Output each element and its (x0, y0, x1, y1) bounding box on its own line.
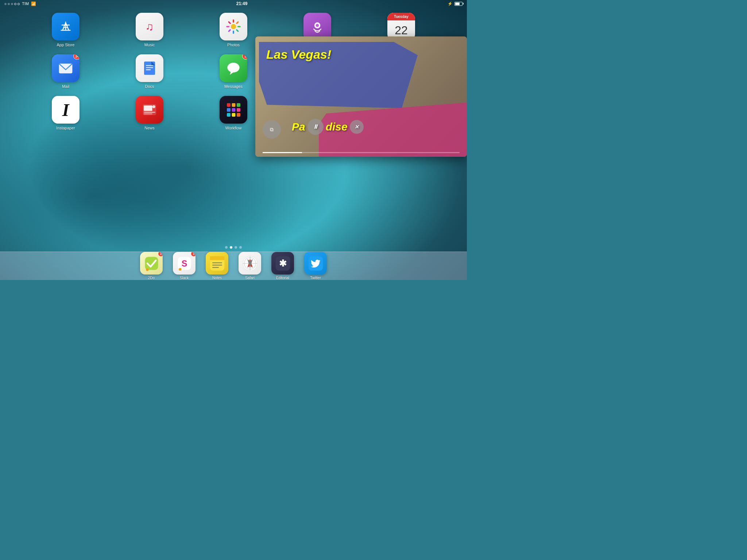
notes-icon (206, 252, 228, 275)
app-appstore[interactable]: A App Store (26, 13, 106, 47)
app-news[interactable]: News (109, 96, 190, 130)
appstore-label: App Store (57, 43, 75, 47)
battery-fill (455, 3, 460, 5)
app-music[interactable]: ♫ Music (109, 13, 190, 47)
twitter-label: Twitter (310, 276, 321, 280)
page-dot-3 (239, 246, 242, 249)
page-dots (225, 246, 242, 249)
status-left: TIM 📶 (4, 1, 36, 6)
2do-icon: 2 (140, 252, 163, 275)
status-bar: TIM 📶 21:49 ⚡ (0, 0, 467, 7)
svg-rect-10 (233, 31, 234, 34)
mail-badge: 34 (73, 54, 80, 59)
instapaper-icon: I (52, 96, 80, 124)
page-dot-2 (235, 246, 237, 249)
news-label: News (144, 126, 155, 130)
dock-safari[interactable]: Safari (239, 252, 261, 280)
svg-rect-38 (232, 103, 236, 107)
svg-rect-41 (232, 108, 236, 112)
video-title-las-vegas: Las Vegas! (266, 47, 331, 62)
appstore-icon: A (52, 13, 80, 40)
app-instapaper[interactable]: I Instapaper (26, 96, 106, 130)
editorial-icon: ✱ (271, 252, 294, 275)
photos-label: Photos (227, 43, 240, 47)
video-map: Las Vegas! Pa ⏸ dise ✕ ⧉ (255, 36, 467, 157)
messages-label: Messages (224, 84, 243, 89)
svg-rect-37 (227, 103, 231, 107)
svg-rect-33 (144, 105, 152, 111)
app-docs[interactable]: Docs (109, 54, 190, 89)
svg-rect-35 (144, 113, 152, 114)
svg-rect-45 (237, 113, 240, 117)
svg-rect-42 (237, 108, 240, 112)
page-dot-0 (225, 246, 228, 249)
video-controls: ⧉ (263, 120, 281, 139)
music-label: Music (144, 43, 155, 47)
dock-twitter[interactable]: Twitter (304, 252, 327, 280)
svg-rect-11 (228, 29, 231, 32)
music-icon: ♫ (136, 13, 163, 40)
svg-point-5 (231, 24, 236, 29)
svg-rect-13 (228, 21, 231, 24)
bluetooth-icon: ⚡ (448, 1, 453, 6)
2do-label: 2Do (148, 276, 155, 280)
slack-badge: 2 (191, 252, 196, 257)
workflow-icon (220, 96, 247, 124)
svg-text:♫: ♫ (146, 20, 154, 32)
dock-2do[interactable]: 2 2Do (140, 252, 163, 280)
svg-rect-55 (212, 262, 222, 263)
svg-rect-9 (236, 29, 239, 32)
svg-rect-54 (210, 256, 224, 258)
svg-rect-34 (144, 112, 155, 113)
messages-icon: 2 (220, 54, 247, 82)
mail-icon: 34 (52, 54, 80, 82)
news-icon (136, 96, 163, 124)
battery-icon (454, 2, 462, 6)
dock-notes[interactable]: Notes (206, 252, 228, 280)
dock: 2 2Do 2 S Slack (0, 252, 467, 280)
svg-text:S: S (181, 258, 187, 268)
svg-rect-19 (146, 67, 153, 68)
video-title-paradise: Pa ⏸ dise ✕ (292, 119, 364, 135)
safari-icon (239, 252, 261, 275)
2do-badge: 2 (158, 252, 163, 257)
photos-icon (220, 13, 247, 40)
safari-label: Safari (245, 276, 255, 280)
svg-text:✱: ✱ (279, 258, 287, 268)
video-progress-bar[interactable] (263, 152, 460, 153)
video-overlay[interactable]: Las Vegas! Pa ⏸ dise ✕ ⧉ (255, 36, 467, 157)
svg-rect-6 (233, 19, 234, 23)
slack-label: Slack (180, 276, 189, 280)
svg-rect-8 (237, 26, 241, 27)
slack-icon: 2 S (173, 252, 196, 275)
twitter-icon (304, 252, 327, 275)
svg-point-21 (227, 63, 239, 73)
svg-rect-57 (212, 267, 219, 268)
app-mail[interactable]: 34 Mail (26, 54, 106, 89)
svg-rect-43 (227, 113, 231, 117)
svg-rect-7 (236, 21, 239, 24)
status-right: ⚡ (448, 1, 462, 6)
video-close-button[interactable]: ✕ (350, 120, 364, 134)
carrier-label: TIM (22, 1, 29, 6)
svg-point-36 (152, 105, 155, 108)
workflow-label: Workflow (225, 126, 241, 130)
video-pip-button[interactable]: ⧉ (263, 120, 281, 139)
dock-editorial[interactable]: ✱ Editorial (271, 252, 294, 280)
instapaper-label: Instapaper (56, 126, 75, 130)
svg-point-15 (316, 24, 319, 27)
svg-point-51 (179, 268, 181, 271)
svg-rect-56 (212, 265, 222, 265)
svg-point-48 (146, 268, 148, 271)
notes-label: Notes (212, 276, 222, 280)
svg-rect-18 (146, 65, 153, 66)
svg-rect-44 (232, 113, 236, 117)
video-pause-button[interactable]: ⏸ (307, 119, 324, 135)
video-progress-fill (263, 152, 302, 153)
mail-label: Mail (62, 84, 69, 89)
svg-rect-40 (227, 108, 231, 112)
dock-slack[interactable]: 2 S Slack (173, 252, 196, 280)
editorial-label: Editorial (276, 276, 289, 280)
wifi-icon: 📶 (31, 1, 36, 6)
page-dot-1 (230, 246, 232, 249)
